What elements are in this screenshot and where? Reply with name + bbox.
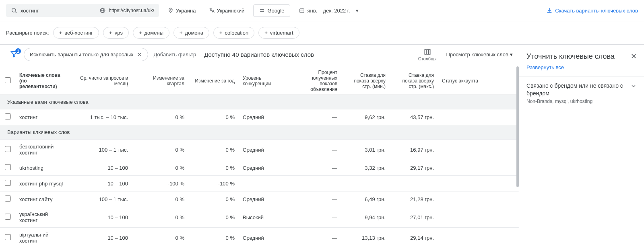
location-chip[interactable]: Украина	[164, 4, 200, 17]
row-checkbox[interactable]	[5, 214, 11, 220]
cell-ychange: 0 %	[188, 140, 239, 160]
expand-pill[interactable]: +веб-хостинг	[53, 27, 99, 39]
active-filter-chip[interactable]: Исключить варианты только для взрослых ✕	[24, 48, 148, 61]
expand-pill[interactable]: +домены	[133, 27, 169, 39]
cell-avg: 10 – 100	[70, 228, 132, 248]
scrollbar[interactable]	[516, 66, 519, 187]
col-bidmin[interactable]: Ставка для показа вверху стр. (мин.)	[341, 67, 390, 95]
close-panel-button[interactable]: ✕	[631, 52, 637, 61]
cell-avg: 10 – 100	[70, 160, 132, 176]
date-range-chip[interactable]: янв. – дек. 2022 г. ▾	[295, 4, 362, 17]
network-icon	[259, 8, 265, 13]
section-title: Указанные вами ключевые слова	[0, 95, 519, 109]
row-checkbox[interactable]	[5, 164, 11, 170]
refine-section-subtitle: Non-Brands, mysql, ukrhosting	[526, 99, 630, 104]
expand-pill[interactable]: +домена	[173, 27, 209, 39]
svg-line-1	[15, 12, 17, 13]
cell-impressions: —	[291, 228, 341, 248]
col-status[interactable]: Статус аккаунта	[438, 67, 519, 95]
cell-qchange: 0 %	[132, 140, 188, 160]
col-impressions[interactable]: Процент полученных показов объявления	[291, 67, 341, 95]
search-icon	[11, 7, 17, 14]
cell-qchange: 0 %	[132, 207, 188, 228]
columns-button[interactable]: Столбцы	[418, 48, 437, 61]
col-bidmax[interactable]: Ставка для показа вверху стр. (макс.)	[390, 67, 438, 95]
svg-point-3	[170, 9, 171, 10]
col-competition[interactable]: Уровень конкуренции	[239, 67, 291, 95]
plus-icon: +	[59, 30, 62, 36]
available-count-text: Доступно 40 вариантов ключевых слов	[204, 51, 314, 58]
plus-icon: +	[264, 30, 268, 36]
language-chip[interactable]: Украинский	[205, 4, 249, 17]
expand-pill[interactable]: +virtuemart	[258, 27, 299, 39]
cell-ychange: 0 %	[188, 109, 239, 125]
pill-label: virtuemart	[270, 30, 293, 36]
expand-pill[interactable]: +vps	[103, 27, 129, 39]
chevron-down-icon: ▾	[510, 51, 513, 58]
select-all-checkbox[interactable]	[5, 77, 11, 83]
cell-bidmax: 29,14 грн.	[390, 228, 438, 248]
row-checkbox[interactable]	[5, 113, 11, 119]
expand-label: Расширьте поиск:	[6, 30, 49, 36]
cell-status	[438, 207, 519, 228]
search-input-wrap[interactable]: хостинг https://cityhost.ua/uk/	[6, 4, 159, 17]
expand-all-link[interactable]: Развернуть все	[519, 63, 644, 76]
cell-bidmax: 21,28 грн.	[390, 191, 438, 207]
cell-ychange: 0 %	[188, 191, 239, 207]
cell-impressions: —	[291, 191, 341, 207]
cell-avg: 1 тыс. – 10 тыс.	[70, 109, 132, 125]
cell-keyword[interactable]: ukrhosting	[15, 160, 70, 176]
plus-icon: +	[109, 30, 112, 36]
section-header-row: Указанные вами ключевые слова	[0, 95, 519, 109]
cell-qchange: 0 %	[132, 160, 188, 176]
columns-icon	[424, 48, 431, 56]
cell-bidmax: 29,17 грн.	[390, 160, 438, 176]
download-button[interactable]: Скачать варианты ключевых слов	[546, 7, 638, 14]
col-keyword[interactable]: Ключевые слова (по релевантности)	[15, 67, 70, 95]
cell-avg: 100 – 1 тыс.	[70, 140, 132, 160]
row-checkbox[interactable]	[5, 195, 11, 202]
cell-bidmin: 9,94 грн.	[341, 207, 390, 228]
cell-bidmax: 16,97 грн.	[390, 140, 438, 160]
cell-competition: Средний	[239, 140, 291, 160]
cell-keyword[interactable]: український хостинг	[15, 207, 70, 228]
expand-search-row: Расширьте поиск: +веб-хостинг+vps+домены…	[0, 21, 644, 45]
cell-keyword[interactable]: віртуальний хостинг	[15, 228, 70, 248]
filter-funnel-button[interactable]: 1	[10, 50, 18, 59]
svg-rect-12	[425, 49, 426, 54]
col-ychange[interactable]: Изменение за год	[188, 67, 239, 95]
row-checkbox[interactable]	[5, 146, 11, 152]
funnel-badge: 1	[15, 48, 21, 54]
svg-rect-13	[427, 49, 428, 54]
translate-icon	[209, 8, 215, 13]
cell-status	[438, 160, 519, 176]
close-icon[interactable]: ✕	[137, 51, 142, 58]
cell-competition: —	[239, 176, 291, 191]
cell-keyword[interactable]: безкоштовний хостинг	[15, 140, 70, 160]
refine-section-title: Связано с брендом или не связано с бренд…	[526, 82, 630, 97]
table-row: хостинг сайту100 – 1 тыс.0 %0 %Средний—6…	[0, 191, 519, 207]
row-checkbox[interactable]	[5, 180, 11, 186]
cell-keyword[interactable]: хостинг php mysql	[15, 176, 70, 191]
cell-status	[438, 176, 519, 191]
cell-ychange: 0 %	[188, 207, 239, 228]
col-avg[interactable]: Ср. число запросов в месяц	[70, 67, 132, 95]
cell-qchange: 0 %	[132, 191, 188, 207]
refine-section[interactable]: Связано с брендом или не связано с бренд…	[519, 76, 644, 109]
expand-pill[interactable]: +colocation	[213, 27, 254, 39]
section-title: Варианты ключевых слов	[0, 125, 519, 140]
col-qchange[interactable]: Изменение за квартал	[132, 67, 188, 95]
add-filter-button[interactable]: Добавить фильтр	[154, 51, 196, 58]
calendar-icon	[299, 8, 305, 13]
table-row: хостинг php mysql10 – 100-100 %-100 %———…	[0, 176, 519, 191]
network-chip[interactable]: Google	[253, 4, 290, 17]
view-dropdown[interactable]: Просмотр ключевых слов ▾	[446, 51, 513, 58]
cell-bidmax: 27,01 грн.	[390, 207, 438, 228]
table-row: український хостинг10 – 1000 %0 %Высокий…	[0, 207, 519, 228]
svg-point-0	[12, 8, 16, 12]
cell-keyword[interactable]: хостинг сайту	[15, 191, 70, 207]
search-value: хостинг	[21, 8, 39, 14]
cell-keyword[interactable]: хостинг	[15, 109, 70, 125]
view-label: Просмотр ключевых слов	[446, 51, 508, 58]
row-checkbox[interactable]	[5, 234, 11, 240]
